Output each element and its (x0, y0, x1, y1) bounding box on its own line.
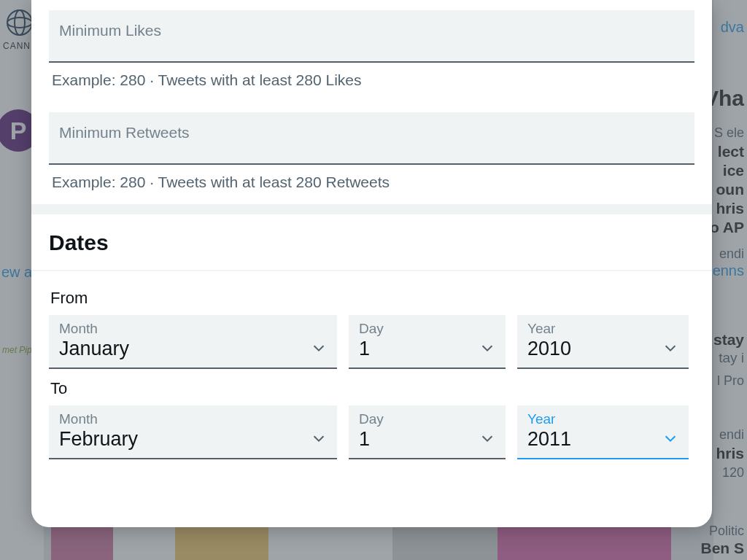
chevron-down-icon (311, 340, 327, 359)
month-label: Month (59, 321, 327, 337)
section-separator (31, 204, 712, 214)
from-year-select[interactable]: Year 2010 (517, 315, 689, 369)
min-retweets-label: Minimum Retweets (59, 124, 684, 141)
chevron-down-icon (479, 430, 495, 449)
chevron-down-icon (662, 430, 678, 449)
from-label: From (50, 289, 693, 308)
to-year-value: 2011 (527, 427, 678, 452)
month-label: Month (59, 411, 327, 427)
to-label: To (50, 379, 693, 398)
min-likes-label: Minimum Likes (59, 22, 684, 39)
from-day-value: 1 (359, 337, 495, 362)
min-likes-input[interactable]: Minimum Likes (49, 10, 694, 63)
day-label: Day (359, 411, 495, 427)
to-month-select[interactable]: Month February (49, 405, 337, 459)
day-label: Day (359, 321, 495, 337)
from-date-row: Month January Day 1 Year 2010 (49, 315, 694, 369)
to-year-select[interactable]: Year 2011 (517, 405, 689, 459)
min-retweets-hint: Example: 280 · Tweets with at least 280 … (49, 165, 694, 204)
advanced-search-modal: Minimum Likes Example: 280 · Tweets with… (31, 0, 712, 527)
chevron-down-icon (479, 340, 495, 359)
year-label: Year (527, 411, 678, 427)
from-month-select[interactable]: Month January (49, 315, 337, 369)
chevron-down-icon (311, 430, 327, 449)
from-month-value: January (59, 337, 327, 362)
year-label: Year (527, 321, 678, 337)
to-day-select[interactable]: Day 1 (349, 405, 506, 459)
from-year-value: 2010 (527, 337, 678, 362)
to-date-row: Month February Day 1 Year 2011 (49, 405, 694, 459)
min-retweets-input[interactable]: Minimum Retweets (49, 112, 694, 165)
min-likes-hint: Example: 280 · Tweets with at least 280 … (49, 63, 694, 102)
dates-section-title: Dates (31, 214, 712, 270)
to-month-value: February (59, 427, 327, 452)
from-day-select[interactable]: Day 1 (349, 315, 506, 369)
to-day-value: 1 (359, 427, 495, 452)
chevron-down-icon (662, 340, 678, 359)
